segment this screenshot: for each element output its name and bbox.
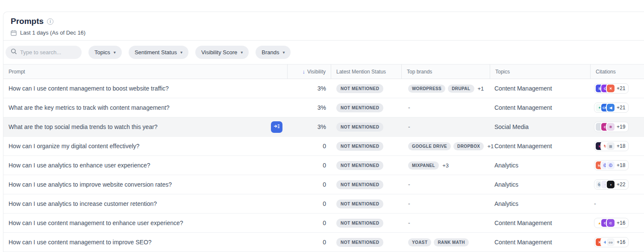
table-header: Prompt ↓ Visibility Latest Mention Statu… xyxy=(3,64,644,79)
table-row[interactable]: How can I use content management to boos… xyxy=(3,79,644,98)
column-header-prompt: Prompt xyxy=(3,64,288,79)
citations-count: +16 xyxy=(617,239,625,245)
topic-label: Content Management xyxy=(490,85,591,92)
citations-count: +16 xyxy=(617,220,625,226)
prompt-text[interactable]: How can I use content management to enha… xyxy=(9,220,183,226)
brand-pill: DROPBOX xyxy=(453,142,484,150)
enter-list-icon xyxy=(273,123,280,131)
table-row[interactable]: What are the top social media trends to … xyxy=(3,117,644,137)
page-title: Prompts xyxy=(11,17,44,26)
dropdown-label: Visibility Score xyxy=(201,49,237,56)
topics-filter-dropdown[interactable]: Topics ▾ xyxy=(88,46,122,59)
citations-count: +22 xyxy=(617,182,625,188)
table-row[interactable]: How can I use analytics to increase cust… xyxy=(3,194,644,214)
no-brands-dash: - xyxy=(408,123,410,130)
topic-label: Content Management xyxy=(490,220,591,226)
prompt-text[interactable]: What are the key metrics to track with c… xyxy=(9,104,170,111)
more-brands-count: +3 xyxy=(442,162,449,169)
search-input[interactable] xyxy=(20,49,71,56)
brand-pill: WORDPRESS xyxy=(408,85,445,93)
sort-descending-icon: ↓ xyxy=(302,68,305,75)
column-header-citations: Citations xyxy=(591,64,644,79)
topic-label: Content Management xyxy=(490,104,591,111)
citations-group[interactable]: k ↻ ▦ +18 xyxy=(594,141,629,151)
citations-group[interactable]: S C ✕ +21 xyxy=(594,83,629,94)
visibility-value: 0 xyxy=(288,181,331,188)
sentiment-status-filter-dropdown[interactable]: Sentiment Status ▾ xyxy=(129,46,188,59)
mention-status-badge: NOT MENTIONED xyxy=(336,142,383,151)
dropdown-label: Sentiment Status xyxy=(135,49,177,56)
citation-favicon: ✕ xyxy=(607,85,615,92)
date-range-label: Last 1 days (As of Dec 16) xyxy=(20,29,85,36)
citations-group[interactable]: C ❋ +19 xyxy=(594,122,629,132)
citations-group[interactable]: ▲ C C +16 xyxy=(594,218,629,228)
chevron-down-icon: ▾ xyxy=(282,50,285,55)
chevron-down-icon: ▾ xyxy=(114,50,116,55)
citation-favicon: ◑ xyxy=(607,181,615,188)
table-row[interactable]: How can I use content management to impr… xyxy=(3,233,644,252)
date-range-control[interactable]: Last 1 days (As of Dec 16) xyxy=(11,29,644,36)
no-brands-dash: - xyxy=(408,220,410,226)
citations-group[interactable]: ✕ ✢ co +16 xyxy=(594,237,629,247)
topic-label: Analytics xyxy=(490,181,591,188)
brand-pill: MIXPANEL xyxy=(408,161,439,170)
no-brands-dash: - xyxy=(408,181,410,188)
prompt-text[interactable]: What are the top social media trends to … xyxy=(9,123,158,130)
citations-count: +21 xyxy=(617,105,625,111)
prompt-text[interactable]: How can I organize my digital content ef… xyxy=(9,143,139,149)
visibility-value: 0 xyxy=(288,220,331,226)
citations-count: +21 xyxy=(617,85,625,91)
column-header-topics: Topics xyxy=(490,64,591,79)
table-row[interactable]: How can I use analytics to enhance user … xyxy=(3,156,644,175)
column-header-visibility[interactable]: ↓ Visibility xyxy=(288,64,331,79)
open-prompt-button[interactable] xyxy=(271,121,282,133)
mention-status-badge: NOT MENTIONED xyxy=(336,199,383,208)
visibility-value: 0 xyxy=(288,143,331,149)
visibility-score-filter-dropdown[interactable]: Visibility Score ▾ xyxy=(195,46,249,59)
citations-count: +18 xyxy=(617,143,625,149)
column-header-label: Visibility xyxy=(307,69,326,75)
brand-pill: RANK MATH xyxy=(434,238,468,246)
no-citations-dash: - xyxy=(594,200,596,207)
visibility-value: 0 xyxy=(288,200,331,207)
chevron-down-icon: ▾ xyxy=(241,50,243,55)
citations-group[interactable]: ✦ CM ◀ +21 xyxy=(594,103,629,113)
prompt-text[interactable]: How can I use analytics to increase cust… xyxy=(9,200,157,207)
prompt-text[interactable]: How can I use content management to impr… xyxy=(9,239,152,246)
mention-status-badge: NOT MENTIONED xyxy=(336,180,383,189)
topic-label: Content Management xyxy=(490,239,591,246)
table-row[interactable]: How can I use content management to enha… xyxy=(3,214,644,233)
mention-status-badge: NOT MENTIONED xyxy=(336,123,383,132)
visibility-value: 3% xyxy=(288,104,331,111)
topic-label: Analytics xyxy=(490,200,591,207)
citation-favicon: ◀ xyxy=(607,104,615,111)
table-row[interactable]: What are the key metrics to track with c… xyxy=(3,98,644,117)
citations-count: +18 xyxy=(617,162,625,168)
brand-pill: YOAST xyxy=(408,238,431,246)
prompt-text[interactable]: How can I use analytics to improve websi… xyxy=(9,181,172,188)
table-row[interactable]: How can I use analytics to improve websi… xyxy=(3,175,644,194)
mention-status-badge: NOT MENTIONED xyxy=(336,238,383,247)
column-header-mention-status: Latest Mention Status xyxy=(331,64,402,79)
citations-group[interactable]: to Ⓒ Ⓒ +18 xyxy=(594,160,629,170)
prompt-text[interactable]: How can I use analytics to enhance user … xyxy=(9,162,150,169)
visibility-value: 0 xyxy=(288,162,331,169)
visibility-value: 0 xyxy=(288,239,331,246)
topic-label: Content Management xyxy=(490,143,591,149)
mention-status-badge: NOT MENTIONED xyxy=(336,161,383,170)
brands-filter-dropdown[interactable]: Brands ▾ xyxy=(256,46,291,59)
chevron-down-icon: ▾ xyxy=(180,50,182,55)
brand-pill: DRUPAL xyxy=(448,85,474,93)
topic-label: Analytics xyxy=(490,162,591,169)
mention-status-badge: NOT MENTIONED xyxy=(336,84,383,93)
search-box[interactable] xyxy=(6,46,82,59)
info-icon[interactable]: i xyxy=(47,18,53,25)
prompt-text[interactable]: How can I use content management to boos… xyxy=(9,85,169,92)
citations-count: +19 xyxy=(617,124,625,130)
mention-status-badge: NOT MENTIONED xyxy=(336,219,383,228)
more-brands-count: +1 xyxy=(478,85,484,92)
table-row[interactable]: How can I organize my digital content ef… xyxy=(3,137,644,156)
citation-favicon: C xyxy=(607,219,615,227)
visibility-value: 3% xyxy=(288,85,331,92)
citations-group[interactable]: Ⓦ ◦ ◑ +22 xyxy=(594,179,629,190)
